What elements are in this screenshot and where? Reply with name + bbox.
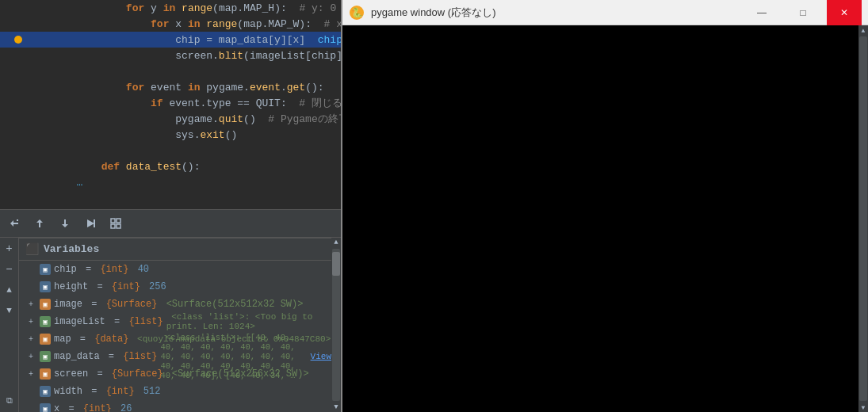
view-mapdata-link[interactable]: View	[311, 352, 331, 361]
svg-rect-4	[117, 224, 120, 228]
pygame-panel: 🐍 pygame window (応答なし) — □ ✕ ▲ ▼	[341, 0, 868, 412]
pygame-titlebar: 🐍 pygame window (応答なし) — □ ✕	[342, 0, 868, 25]
var-move-down-button[interactable]: ▼	[2, 303, 17, 319]
var-item-x[interactable]: ▣ x = {int} 26	[19, 400, 331, 412]
var-name-height: height	[54, 281, 88, 292]
code-content-12: …	[24, 177, 341, 189]
var-type-icon-height: ▣	[40, 281, 51, 292]
pygame-scroll-down[interactable]: ▼	[858, 402, 868, 412]
scroll-track	[332, 249, 340, 401]
scroll-thumb	[332, 252, 340, 276]
debug-toolbar	[0, 209, 341, 238]
var-eq-x: =	[63, 403, 80, 412]
pygame-scrollbar[interactable]: ▲ ▼	[858, 25, 868, 412]
var-eq-height: =	[91, 281, 109, 292]
breakpoint-indicator	[14, 36, 22, 44]
var-value-imagelist: <class 'list'>: <Too big to print. Len: …	[166, 312, 331, 331]
var-eq-screen: =	[91, 368, 109, 380]
var-type-icon-screen: ▣	[40, 368, 51, 380]
var-type-icon-chip: ▣	[40, 264, 51, 275]
pygame-app-icon: 🐍	[349, 5, 365, 21]
expand-chip	[25, 264, 36, 275]
var-type-imagelist: {list}	[128, 316, 163, 327]
var-eq-chip: =	[80, 264, 98, 275]
var-scrollbar[interactable]: ▲ ▼	[331, 238, 341, 412]
variables-panel: + − ▲ ▼ ⧉ ⬛ Variables ▣ chip = {int}	[0, 238, 341, 412]
step-into-button[interactable]	[29, 212, 51, 235]
var-type-icon-mapdata: ▣	[40, 351, 51, 362]
var-type-icon-x: ▣	[40, 403, 51, 412]
var-value-height: 256	[143, 281, 166, 292]
pygame-scroll-up[interactable]: ▲	[858, 25, 868, 35]
var-name-mapdata: map_data	[54, 351, 100, 362]
var-value-chip: 40	[132, 264, 149, 275]
step-out-button[interactable]	[54, 212, 76, 235]
step-over-button[interactable]	[3, 212, 25, 235]
svg-rect-1	[111, 219, 115, 223]
var-item-chip[interactable]: ▣ chip = {int} 40	[19, 261, 331, 278]
var-name-x: x	[54, 403, 59, 412]
close-button[interactable]: ✕	[827, 0, 862, 25]
var-move-up-button[interactable]: ▲	[2, 282, 17, 298]
var-type-icon-image: ▣	[40, 299, 51, 310]
expand-x	[25, 403, 36, 412]
var-item-image[interactable]: + ▣ image = {Surface} <Surface(512x512x3…	[19, 296, 331, 313]
var-item-mapdata[interactable]: + ▣ map_data = {list} <class 'list'>: [[…	[19, 348, 331, 365]
var-eq-width: =	[86, 386, 103, 397]
expand-image[interactable]: +	[25, 299, 36, 310]
pygame-scroll-track	[859, 36, 867, 401]
expand-map[interactable]: +	[25, 334, 36, 345]
code-line-11: def data_test():	[0, 158, 341, 174]
expand-screen[interactable]: +	[25, 368, 36, 380]
var-value-screen: <Surface(512x256x32 SW)>	[166, 368, 309, 380]
scroll-down-arrow[interactable]: ▼	[331, 402, 341, 412]
run-to-cursor-button[interactable]	[79, 212, 101, 235]
var-type-width: {int}	[106, 386, 135, 397]
expand-mapdata[interactable]: +	[25, 351, 36, 362]
svg-text:🐍: 🐍	[351, 6, 363, 19]
var-eq-mapdata: =	[103, 351, 120, 362]
show-frames-button[interactable]	[105, 212, 127, 235]
var-name-screen: screen	[54, 368, 88, 380]
var-remove-button[interactable]: −	[2, 261, 17, 277]
var-type-x: {int}	[83, 403, 112, 412]
expand-height	[25, 281, 36, 292]
var-action-buttons: + − ▲ ▼ ⧉	[0, 238, 19, 412]
var-name-map: map	[54, 334, 71, 345]
var-add-button[interactable]: +	[2, 241, 17, 257]
var-name-image: image	[54, 299, 82, 310]
variables-icon: ⬛	[25, 242, 39, 256]
var-eq-image: =	[86, 299, 103, 310]
scroll-up-arrow[interactable]: ▲	[331, 238, 341, 247]
pygame-window-title: pygame window (応答なし)	[371, 6, 738, 20]
var-item-height[interactable]: ▣ height = {int} 256	[19, 278, 331, 296]
var-type-image: {Surface}	[106, 299, 158, 310]
var-copy-button[interactable]: ⧉	[2, 393, 17, 409]
var-type-icon-map: ▣	[40, 334, 51, 345]
minimize-button[interactable]: —	[744, 0, 779, 25]
var-item-imagelist[interactable]: + ▣ imageList = {list} <class 'list'>: <…	[19, 313, 331, 330]
variables-list[interactable]: ▣ chip = {int} 40 ▣ height = {int} 256	[19, 261, 331, 412]
expand-imagelist[interactable]: +	[25, 316, 36, 327]
svg-rect-3	[111, 224, 115, 228]
var-name-imagelist: imageList	[54, 316, 105, 327]
var-type-icon-width: ▣	[40, 386, 51, 397]
expand-width	[25, 386, 36, 397]
var-value-image: <Surface(512x512x32 SW)>	[160, 299, 303, 310]
var-type-mapdata: {list}	[123, 351, 157, 362]
var-type-height: {int}	[112, 281, 140, 292]
svg-rect-0	[94, 219, 95, 227]
var-item-screen[interactable]: + ▣ screen = {Surface} <Surface(512x256x…	[19, 365, 331, 383]
var-eq-map: =	[75, 334, 92, 345]
var-eq-imagelist: =	[109, 316, 126, 327]
var-value-x: 26	[115, 403, 132, 412]
code-line-4: screen.blit(imageList[chip],(x*ma	[0, 48, 341, 63]
maximize-button[interactable]: □	[786, 0, 820, 25]
var-type-icon-imagelist: ▣	[40, 316, 51, 327]
var-item-width[interactable]: ▣ width = {int} 512	[19, 383, 331, 400]
var-type-map: {data}	[94, 334, 128, 345]
variables-title: Variables	[44, 243, 99, 255]
pygame-canvas	[342, 25, 868, 412]
var-name-chip: chip	[54, 264, 77, 275]
variables-header: ⬛ Variables	[19, 238, 331, 261]
